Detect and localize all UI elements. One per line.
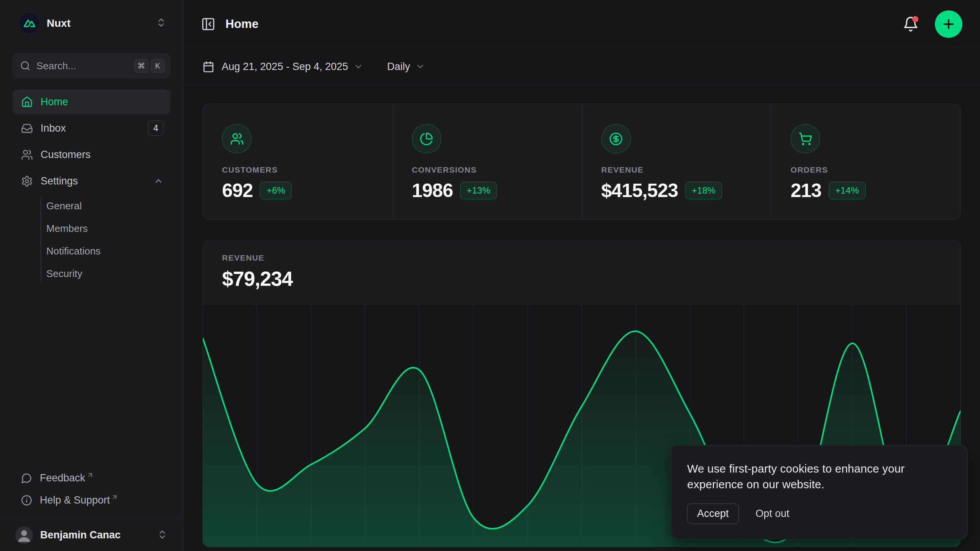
stat-label: CUSTOMERS	[222, 165, 373, 174]
chevron-down-icon	[415, 62, 425, 72]
accept-button[interactable]: Accept	[687, 504, 739, 524]
kbd-k: K	[151, 59, 165, 73]
workspace-switcher[interactable]: Nuxt	[13, 11, 170, 35]
pie-chart-icon	[412, 124, 441, 153]
sidebar-item-notifications[interactable]: Notifications	[13, 240, 170, 262]
page-header: Home	[183, 0, 980, 48]
sidebar-item-security[interactable]: Security	[13, 263, 170, 285]
sidebar-item-home[interactable]: Home	[13, 90, 170, 114]
opt-out-button[interactable]: Opt out	[756, 508, 790, 520]
sidebar-item-settings[interactable]: Settings	[13, 169, 170, 193]
stat-delta-badge: +6%	[260, 182, 292, 199]
sidebar-item-general[interactable]: General	[13, 195, 170, 217]
circle-dollar-icon	[601, 124, 631, 153]
kbd-cmd: ⌘	[134, 59, 149, 73]
inbox-icon	[21, 122, 33, 134]
stat-value: $415,523	[601, 179, 678, 202]
nuxt-logo	[20, 13, 39, 33]
stats-panel: CUSTOMERS 692 +6% CONVERSIONS 1986 +13%	[203, 104, 961, 220]
calendar-icon	[203, 61, 214, 73]
avatar	[15, 527, 33, 544]
stat-conversions: CONVERSIONS 1986 +13%	[392, 104, 582, 219]
notification-dot	[912, 16, 918, 22]
shopping-cart-icon	[791, 124, 820, 153]
arrow-up-right-icon	[87, 471, 94, 479]
users-icon	[222, 124, 252, 153]
sidebar-item-help-support[interactable]: Help & Support	[13, 489, 170, 511]
notifications-button[interactable]	[903, 16, 919, 32]
add-button[interactable]	[935, 10, 962, 38]
date-range-picker[interactable]: Aug 21, 2025 - Sep 4, 2025	[203, 61, 363, 73]
stat-orders: ORDERS 213 +14%	[771, 104, 960, 219]
gear-icon	[21, 175, 33, 187]
page-title: Home	[225, 17, 258, 31]
stat-label: CONVERSIONS	[412, 165, 563, 174]
inbox-count-badge: 4	[148, 121, 163, 136]
plus-icon	[941, 17, 956, 31]
message-circle-icon	[21, 473, 32, 484]
revenue-value: $79,234	[222, 267, 941, 290]
revenue-header: REVENUE $79,234	[203, 241, 960, 305]
chevrons-up-down-icon	[157, 529, 168, 541]
granularity-select[interactable]: Daily	[387, 61, 425, 73]
stat-value: 1986	[412, 179, 453, 202]
sidebar: Nuxt Search... ⌘ K Home	[0, 0, 183, 551]
chevrons-up-down-icon	[156, 17, 167, 29]
sidebar-item-customers[interactable]: Customers	[13, 142, 170, 167]
users-icon	[21, 149, 33, 161]
sidebar-item-feedback[interactable]: Feedback	[13, 467, 170, 489]
revenue-label: REVENUE	[222, 253, 941, 262]
chevron-down-icon	[353, 62, 363, 72]
settings-subnav: General Members Notifications Security	[13, 195, 170, 285]
header-actions	[903, 10, 962, 38]
stat-label: ORDERS	[791, 165, 941, 174]
home-icon	[21, 96, 33, 108]
stat-label: REVENUE	[601, 165, 752, 174]
date-range-value: Aug 21, 2025 - Sep 4, 2025	[222, 61, 348, 73]
stat-revenue: REVENUE $415,523 +18%	[582, 104, 771, 219]
sidebar-footer: Feedback Help & Support	[13, 467, 170, 519]
stat-delta-badge: +13%	[460, 182, 497, 199]
sidebar-nav: Home Inbox 4 Customers Settings	[13, 90, 170, 285]
workspace-name: Nuxt	[47, 17, 70, 29]
user-name: Benjamin Canac	[40, 529, 121, 541]
sidebar-collapse-button[interactable]	[201, 17, 216, 31]
chevron-up-icon	[154, 176, 163, 186]
search-icon	[20, 60, 31, 71]
panel-left-close-icon	[201, 17, 216, 31]
granularity-value: Daily	[387, 61, 410, 73]
search-placeholder: Search...	[36, 60, 132, 72]
stat-delta-badge: +18%	[685, 182, 722, 199]
stat-delta-badge: +14%	[829, 182, 866, 199]
cookie-message: We use first-party cookies to enhance yo…	[687, 461, 936, 492]
filters-toolbar: Aug 21, 2025 - Sep 4, 2025 Daily	[183, 48, 980, 85]
search-input[interactable]: Search... ⌘ K	[13, 54, 170, 78]
stat-value: 692	[222, 179, 253, 202]
stat-value: 213	[791, 179, 821, 202]
cookie-actions: Accept Opt out	[687, 504, 951, 524]
arrow-up-right-icon	[111, 494, 118, 501]
user-menu[interactable]: Benjamin Canac	[0, 519, 183, 551]
sidebar-item-inbox[interactable]: Inbox 4	[13, 116, 170, 140]
stat-customers: CUSTOMERS 692 +6%	[203, 104, 392, 219]
sidebar-item-members[interactable]: Members	[13, 218, 170, 240]
cookie-banner: We use first-party cookies to enhance yo…	[671, 445, 968, 540]
info-icon	[21, 495, 32, 506]
